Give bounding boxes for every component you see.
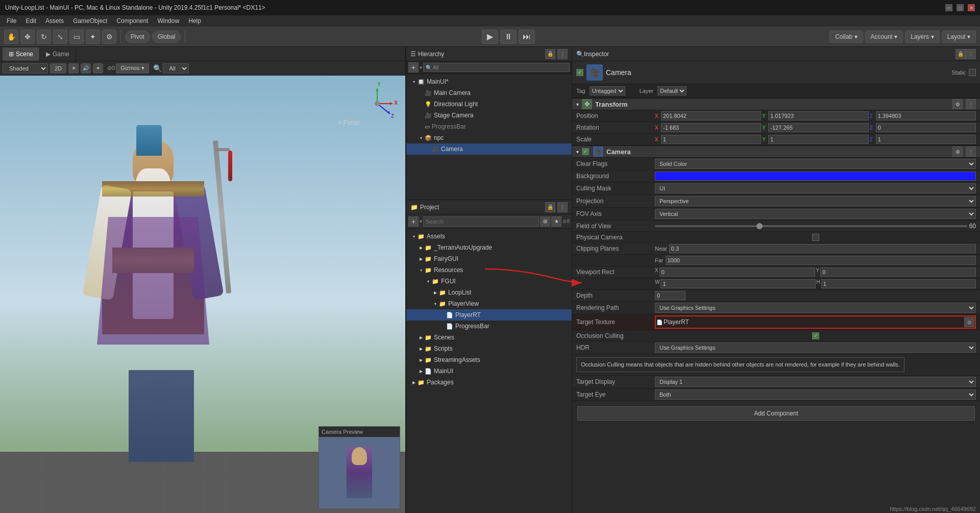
scale-z-input[interactable] [876, 135, 976, 144]
physical-camera-checkbox[interactable] [812, 234, 819, 241]
lighting-button[interactable]: ☀ [68, 63, 79, 74]
camera-overflow[interactable]: ⋮ [966, 146, 976, 157]
inspector-lock[interactable]: 🔒 [955, 49, 966, 59]
project-item-progressbar_proj[interactable]: 📄 ProgressBar [406, 321, 572, 332]
project-item-fgui[interactable]: ▾ 📁 FGUI [406, 276, 572, 287]
hierarchy-overflow[interactable]: ⋮ [557, 49, 568, 59]
hierarchy-item-main_camera[interactable]: 🎥 Main Camera [406, 87, 572, 99]
transform-section-header[interactable]: ▾ ✥ Transform ⚙ ⋮ [572, 98, 980, 110]
hierarchy-item-dir_light[interactable]: 💡 Directional Light [406, 99, 572, 110]
step-button[interactable]: ⏭ [519, 30, 535, 44]
fov-slider[interactable] [655, 225, 967, 227]
global-button[interactable]: Global [152, 31, 181, 43]
gizmos-button[interactable]: Gizmos ▾ [116, 63, 149, 74]
project-item-playerview[interactable]: ▾ 📁 PlayerView [406, 298, 572, 309]
occlusion-culling-checkbox[interactable] [812, 332, 819, 339]
project-item-looplist[interactable]: ▶ 📁 LoopList [406, 287, 572, 298]
rendering-path-select[interactable]: Use Graphics Settings [655, 303, 976, 313]
project-item-mainui_proj[interactable]: ▶ 📄 MainUI [406, 365, 572, 377]
hierarchy-item-stage_camera[interactable]: 🎥 Stage Camera [406, 110, 572, 121]
static-checkbox[interactable] [969, 69, 976, 76]
menu-gameobject[interactable]: GameObject [69, 16, 111, 26]
vp-w-input[interactable] [660, 279, 815, 288]
account-button[interactable]: Account ▾ [865, 31, 903, 43]
scale-x-input[interactable] [661, 135, 761, 144]
gameobject-enabled-checkbox[interactable] [576, 69, 583, 76]
add-component-button[interactable]: Add Component [577, 406, 975, 421]
vp-x-input[interactable] [659, 267, 815, 277]
2d-button[interactable]: 2D [50, 63, 66, 74]
audio-button[interactable]: 🔊 [81, 63, 91, 74]
target-display-select[interactable]: Display 1 [655, 377, 976, 387]
all-select[interactable]: All [163, 63, 189, 74]
maximize-button[interactable]: □ [957, 4, 964, 11]
hdr-select[interactable]: Use Graphics Settings [655, 343, 976, 353]
pos-x-input[interactable] [661, 111, 761, 120]
target-eye-select[interactable]: Both [655, 389, 976, 400]
pos-y-input[interactable] [768, 111, 868, 120]
scene-viewport[interactable]: X Y Z < Persp Camera Preview [0, 76, 405, 513]
hierarchy-item-progressbar[interactable]: ▭ ProgressBar [406, 121, 572, 132]
fov-axis-select[interactable]: Vertical [655, 209, 976, 219]
menu-file[interactable]: File [3, 16, 20, 26]
scale-tool-button[interactable]: ⤡ [53, 30, 67, 44]
background-color-swatch[interactable] [655, 172, 976, 181]
move-tool-button[interactable]: ✥ [20, 30, 35, 44]
vp-h-input[interactable] [821, 279, 976, 288]
tab-game[interactable]: ▶ Game [40, 47, 76, 61]
hierarchy-item-npc[interactable]: ▾ 📦 npc [406, 132, 572, 143]
far-input[interactable] [666, 256, 976, 265]
layout-button[interactable]: Layout ▾ [942, 31, 976, 43]
project-item-packages[interactable]: ▶ 📁 Packages [406, 377, 572, 388]
inspector-overflow[interactable]: ⋮ [966, 49, 976, 59]
project-item-fairygui[interactable]: ▶ 📁 FairyGUI [406, 253, 572, 264]
hierarchy-item-camera[interactable]: 🎥 Camera [406, 143, 572, 155]
layer-select[interactable]: Default [657, 86, 687, 95]
custom-tool-button[interactable]: ⚙ [102, 30, 116, 44]
transform-settings[interactable]: ⚙ [952, 99, 963, 109]
project-item-resources[interactable]: ▾ 📁 Resources [406, 264, 572, 276]
transform-overflow[interactable]: ⋮ [966, 99, 976, 109]
scale-y-input[interactable] [768, 135, 868, 144]
project-view-button[interactable]: ⊞ [540, 216, 550, 227]
tab-scene[interactable]: ⊞ Scene [3, 47, 40, 61]
camera-section-header[interactable]: ▾ 🎥 Camera ⚙ ⋮ [572, 145, 980, 158]
camera-enabled-checkbox[interactable] [582, 148, 589, 155]
close-button[interactable]: ✕ [968, 4, 975, 11]
project-item-assets[interactable]: ▾ 📁 Assets [406, 231, 572, 242]
pause-button[interactable]: ⏸ [500, 30, 517, 44]
project-search-input[interactable] [423, 216, 539, 227]
rot-x-input[interactable] [661, 123, 761, 132]
menu-help[interactable]: Help [184, 16, 205, 26]
tag-select[interactable]: Untagged [590, 86, 625, 95]
project-item-playerrt[interactable]: 📄 PlayerRT [406, 309, 572, 321]
project-item-terrainauto[interactable]: ▶ 📁 _TerrainAutoUpgrade [406, 242, 572, 253]
project-star-button[interactable]: ★ [551, 216, 561, 227]
menu-edit[interactable]: Edit [21, 16, 40, 26]
transform-tool-button[interactable]: ✦ [86, 30, 100, 44]
hierarchy-add-button[interactable]: + [408, 62, 419, 72]
near-input[interactable] [669, 244, 976, 253]
clear-flags-select[interactable]: Solid Color [655, 159, 976, 169]
hierarchy-dropdown-icon[interactable]: ▾ [420, 65, 422, 70]
target-texture-pick[interactable]: ⊙ [964, 317, 974, 327]
minimize-button[interactable]: ─ [945, 4, 952, 11]
collab-button[interactable]: Collab ▾ [829, 31, 863, 43]
play-button[interactable]: ▶ [482, 30, 498, 44]
rect-tool-button[interactable]: ▭ [69, 30, 84, 44]
menu-window[interactable]: Window [153, 16, 183, 26]
layers-button[interactable]: Layers ▾ [905, 31, 939, 43]
project-overflow[interactable]: ⋮ [557, 202, 568, 212]
rot-y-input[interactable] [768, 123, 868, 132]
pivot-button[interactable]: Pivot [125, 31, 150, 43]
project-add-button[interactable]: + [408, 216, 419, 227]
menu-assets[interactable]: Assets [41, 16, 68, 26]
gameobject-name-input[interactable] [606, 68, 944, 77]
shaded-select[interactable]: Shaded Wireframe [3, 63, 48, 74]
project-item-scenes[interactable]: ▶ 📁 Scenes [406, 332, 572, 343]
vp-y-input[interactable] [820, 267, 976, 277]
hand-tool-button[interactable]: ✋ [4, 30, 18, 44]
project-item-streaming[interactable]: ▶ 📁 StreamingAssets [406, 354, 572, 365]
project-add-dropdown[interactable]: ▾ [420, 218, 422, 224]
hierarchy-item-mainui[interactable]: ▾ 🔲 MainUI* [406, 76, 572, 87]
